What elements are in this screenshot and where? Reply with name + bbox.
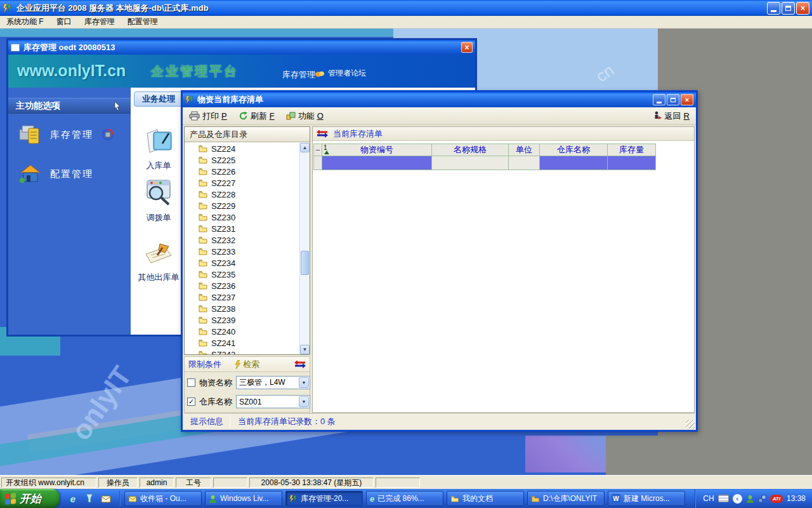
tree-item[interactable]: SZ235	[185, 269, 299, 280]
menu-inventory[interactable]: 库存管理	[78, 15, 121, 29]
menu-window[interactable]: 窗口	[50, 15, 78, 29]
material-combobox[interactable]: 三极管，L4W ▼	[236, 376, 310, 389]
column-header[interactable]: 仓库名称	[540, 144, 608, 156]
chevron-down-icon[interactable]: ▼	[299, 377, 309, 388]
folder-icon	[199, 145, 207, 152]
clock[interactable]: 13:38	[787, 494, 806, 503]
menu-system[interactable]: 系统功能 F	[0, 15, 50, 29]
tree-item-label: SZ241	[211, 338, 235, 348]
menu-config[interactable]: 配置管理	[121, 15, 164, 29]
scroll-up-button[interactable]: ▲	[300, 143, 310, 152]
task-item-label: 入库单	[147, 160, 171, 171]
language-indicator[interactable]: CH	[703, 494, 714, 503]
task-item-transfer[interactable]: 调拨单	[131, 178, 187, 224]
tray-network-icon[interactable]	[758, 495, 766, 503]
tree-item[interactable]: SZ234	[185, 257, 299, 269]
tree-item[interactable]: SZ237	[185, 291, 299, 303]
tree-item[interactable]: SZ231	[185, 223, 299, 234]
keyboard-icon[interactable]	[718, 495, 729, 502]
task-item-other-outbound[interactable]: 其他出库单	[131, 243, 187, 283]
tree-item[interactable]: SZ242	[185, 349, 299, 354]
sidebar-item-inventory[interactable]: 库存管理	[18, 123, 115, 146]
ati-icon[interactable]: ATI	[770, 495, 783, 503]
sidebar-item-config[interactable]: 配置管理	[18, 163, 93, 185]
function-key: O	[317, 111, 324, 121]
taskbar-item-word[interactable]: W 新建 Micros...	[608, 491, 685, 506]
taskbar-item-messenger[interactable]: Windows Liv...	[205, 491, 282, 506]
swap-icon[interactable]	[294, 361, 306, 368]
module-label: 库存管理	[282, 69, 315, 81]
restore-button[interactable]	[782, 2, 795, 15]
column-header[interactable]: 1 物资编号	[322, 144, 432, 156]
exit-icon	[653, 111, 662, 121]
tree-item-label: SZ235	[211, 270, 235, 279]
taskbar-item-documents[interactable]: 我的文档	[447, 491, 524, 506]
tree-item[interactable]: SZ241	[185, 337, 299, 349]
tree-item[interactable]: SZ238	[185, 303, 299, 314]
minimize-button[interactable]	[767, 2, 780, 15]
row-collapse-button[interactable]: −	[313, 144, 322, 156]
table-row[interactable]	[313, 156, 656, 170]
filter-row-warehouse: ✓ 仓库名称 SZ001 ▼	[187, 395, 310, 408]
inventory-close-button[interactable]: ×	[461, 42, 473, 53]
taskbar-item-inventory[interactable]: 库存管理-20...	[285, 491, 363, 506]
tree-item[interactable]: SZ227	[185, 177, 299, 189]
tree-scrollbar[interactable]: ▲ ▼	[299, 143, 310, 354]
tree-item[interactable]: SZ224	[185, 143, 299, 154]
media-icon[interactable]	[84, 493, 95, 504]
refresh-button[interactable]: 刷新F	[239, 110, 275, 122]
start-label: 开始	[20, 491, 41, 506]
mdi-area: onlyIT cn 库存管理 oedt 20080513 × www.onlyI…	[0, 29, 812, 475]
messenger-icon	[209, 495, 217, 503]
tree-item[interactable]: SZ236	[185, 280, 299, 291]
tree-item[interactable]: SZ230	[185, 211, 299, 223]
tree-item[interactable]: SZ233	[185, 246, 299, 257]
tree-item[interactable]: SZ225	[185, 154, 299, 166]
task-item-label: 调拨单	[147, 212, 171, 224]
tree-item[interactable]: SZ226	[185, 166, 299, 177]
mail-icon[interactable]	[100, 493, 112, 504]
warehouse-value: SZ001	[237, 398, 298, 406]
search-button[interactable]: 检索	[234, 359, 259, 370]
task-item-inbound[interactable]: 入库单	[131, 127, 187, 171]
warehouse-combobox[interactable]: SZ001 ▼	[236, 395, 310, 408]
write-icon	[143, 243, 174, 268]
dialog-titlebar[interactable]: 物资当前库存清单 ×	[183, 92, 696, 107]
function-button[interactable]: 功能O	[286, 110, 324, 122]
back-button[interactable]: 返回R	[653, 110, 690, 122]
forum-link[interactable]: 管理者论坛	[315, 68, 366, 79]
folder-icon	[199, 351, 207, 354]
chevron-down-icon[interactable]: ▼	[299, 396, 309, 407]
tree-item[interactable]: SZ229	[185, 200, 299, 211]
scroll-down-button[interactable]: ▼	[300, 345, 310, 354]
column-header[interactable]: 名称规格	[432, 144, 509, 156]
restore-icon	[785, 6, 791, 11]
warehouse-checkbox[interactable]: ✓	[187, 398, 195, 406]
tree-item[interactable]: SZ239	[185, 314, 299, 326]
dialog-close-button[interactable]: ×	[681, 94, 693, 105]
print-button[interactable]: 打印P	[189, 110, 227, 122]
taskbar-item-browser[interactable]: e 已完成 86%...	[366, 491, 443, 506]
column-header[interactable]: 单位	[509, 144, 540, 156]
list-header-label: 当前库存清单	[333, 128, 383, 140]
ie-icon[interactable]: e	[67, 493, 79, 504]
resize-grip[interactable]	[686, 420, 695, 429]
scroll-thumb[interactable]	[301, 251, 309, 275]
close-button[interactable]: ×	[796, 2, 809, 15]
tree-item[interactable]: SZ232	[185, 234, 299, 246]
material-checkbox[interactable]	[187, 378, 195, 387]
tray-user-icon[interactable]	[746, 495, 754, 503]
taskbar-item-explorer[interactable]: D:\仓库\ONLYIT	[527, 491, 605, 506]
folder-icon	[199, 225, 207, 232]
tray-chevron-icon[interactable]: ‹	[733, 494, 742, 504]
start-button[interactable]: 开始	[0, 489, 60, 508]
column-header[interactable]: 库存量	[608, 144, 656, 156]
folder-icon	[199, 339, 207, 347]
dialog-maximize-button[interactable]	[667, 94, 679, 105]
taskbar-item-inbox[interactable]: 收件箱 - Ou...	[124, 491, 202, 506]
dialog-minimize-button[interactable]	[653, 94, 665, 105]
tree-item[interactable]: SZ228	[185, 189, 299, 200]
tab-business[interactable]: 业务处理	[134, 91, 183, 107]
tree-item[interactable]: SZ240	[185, 326, 299, 337]
inventory-window-titlebar[interactable]: 库存管理 oedt 20080513 ×	[8, 40, 475, 55]
